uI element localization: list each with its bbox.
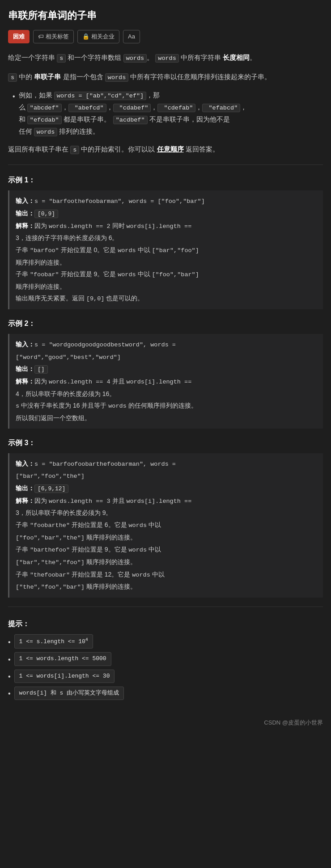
hints-title: 提示： (8, 618, 323, 630)
footer: CSDN @皮蛋的小世界 (8, 713, 323, 728)
example-2-box: 输入：s = "wordgoodgoodgoodbestword", words… (8, 334, 323, 428)
hint-item-3: • 1 <= words[i].length <= 30 (8, 670, 323, 683)
inline-code-s: s (57, 54, 66, 63)
hint-item-1: • 1 <= s.length <= 104 (8, 634, 323, 649)
example-2-title: 示例 2： (8, 317, 323, 329)
footer-text: CSDN @皮蛋的小世界 (264, 719, 323, 726)
inline-code-s2: s (8, 73, 17, 82)
example-1-box: 输入：s = "barfoothefoobarman", words = ["f… (8, 190, 323, 309)
difficulty-tag[interactable]: 困难 (8, 30, 30, 43)
hint-code-4: words[i] 和 s 由小写英文字母组成 (14, 687, 124, 700)
inline-code-words3: words (105, 73, 129, 82)
font-size-tag[interactable]: Aa (123, 30, 140, 43)
hint-bullet-4: • (8, 687, 11, 699)
lock-icon: 🔒 (82, 32, 89, 42)
tag-icon: 🏷 (38, 32, 44, 42)
description-para2: s 中的 串联子串 是指一个包含 words 中所有字符串以任意顺序排列连接起来… (8, 71, 323, 83)
description-para3: 返回所有串联子串在 s 中的开始索引。你可以以 任意顺序 返回答案。 (8, 143, 323, 156)
hint-bullet-1: • (8, 636, 11, 648)
hint-item-2: • 1 <= words.length <= 5000 (8, 652, 323, 666)
hint-code-2: 1 <= words.length <= 5000 (14, 652, 111, 666)
inline-code-words: words (123, 54, 147, 63)
hint-code-3: 1 <= words[i].length <= 30 (14, 670, 115, 683)
hint-code-1: 1 <= s.length <= 104 (14, 634, 93, 649)
bullet-example-list: • 例如，如果 words = ["ab","cd","ef"]，那 么 "ab… (8, 89, 323, 138)
example-3-box: 输入：s = "barfoofoobarthefoobarman", words… (8, 453, 323, 598)
hint-item-4: • words[i] 和 s 由小写英文字母组成 (8, 687, 323, 700)
hints-section: 提示： • 1 <= s.length <= 104 • 1 <= words.… (8, 618, 323, 700)
inline-code-words2: words (155, 54, 179, 63)
example-3-title: 示例 3： (8, 437, 323, 449)
separator-1 (8, 164, 323, 165)
page-title: 串联所有单词的子串 (8, 4, 323, 24)
example-1-title: 示例 1： (8, 174, 323, 186)
hint-bullet-3: • (8, 670, 11, 683)
description-para1: 给定一个字符串 s 和一个字符串数组 words。 words 中所有字符串 长… (8, 51, 323, 64)
hint-bullet-2: • (8, 653, 11, 666)
bullet-dot-1: • (13, 90, 15, 102)
related-tags-tag[interactable]: 🏷 相关标签 (33, 30, 74, 43)
separator-2 (8, 607, 323, 607)
related-company-tag[interactable]: 🔒 相关企业 (77, 30, 119, 43)
tags-row: 困难 🏷 相关标签 🔒 相关企业 Aa (8, 30, 323, 43)
bullet-example-text: 例如，如果 words = ["ab","cd","ef"]，那 么 "abcd… (19, 89, 247, 138)
